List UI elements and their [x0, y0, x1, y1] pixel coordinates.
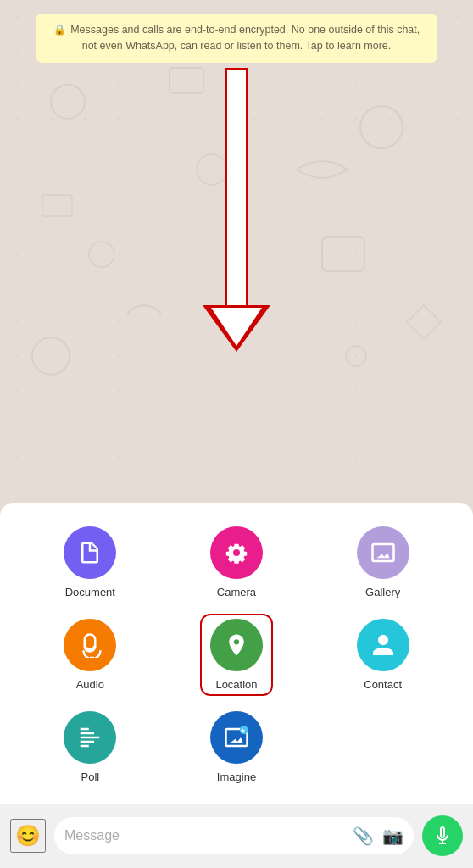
encryption-notice[interactable]: 🔒 Messages and calls are end-to-end encr… — [36, 14, 437, 63]
location-icon-circle — [210, 619, 263, 671]
location-label: Location — [215, 678, 257, 691]
svg-rect-1 — [170, 68, 203, 93]
svg-rect-4 — [322, 237, 364, 271]
emoji-icon: 😊 — [15, 824, 41, 847]
contact-icon-circle — [357, 619, 409, 671]
camera-icon-circle — [210, 526, 263, 579]
attachment-item-contact[interactable]: Contact — [357, 619, 409, 691]
gallery-label: Gallery — [365, 586, 400, 598]
arrow-annotation — [203, 68, 270, 352]
mic-icon — [432, 826, 453, 846]
imagine-label: Imagine — [217, 771, 256, 783]
bottom-bar: 😊 Message 📎 📷 — [0, 804, 473, 868]
attachment-item-gallery[interactable]: Gallery — [357, 526, 409, 598]
camera-icon — [224, 540, 249, 565]
contact-label: Contact — [364, 678, 402, 691]
svg-point-3 — [89, 242, 114, 267]
poll-icon — [77, 725, 103, 750]
camera-label: Camera — [217, 586, 256, 598]
svg-point-7 — [346, 346, 366, 366]
emoji-button[interactable]: 😊 — [10, 819, 46, 853]
arrow-head — [203, 305, 270, 352]
document-label: Document — [65, 586, 115, 598]
location-icon — [224, 632, 249, 658]
imagine-icon-circle — [210, 711, 263, 764]
attachment-item-audio[interactable]: Audio — [64, 619, 116, 691]
arrow-shaft — [225, 68, 248, 305]
imagine-icon — [224, 725, 249, 750]
audio-icon-circle — [64, 619, 116, 671]
svg-point-2 — [360, 106, 403, 148]
document-icon — [77, 540, 103, 565]
svg-rect-8 — [42, 195, 72, 216]
attachment-item-camera[interactable]: Camera — [210, 526, 263, 598]
attachment-item-document[interactable]: Document — [64, 526, 116, 598]
audio-label: Audio — [76, 678, 104, 691]
svg-point-0 — [51, 85, 85, 119]
message-placeholder: Message — [64, 828, 344, 843]
camera-small-icon[interactable]: 📷 — [382, 826, 403, 846]
gallery-icon — [370, 540, 396, 565]
poll-icon-circle — [64, 711, 116, 764]
svg-point-5 — [32, 337, 70, 375]
gallery-icon-circle — [357, 526, 409, 579]
attach-icon[interactable]: 📎 — [353, 826, 374, 846]
lock-icon: 🔒 — [53, 24, 66, 36]
mic-button[interactable] — [422, 815, 463, 856]
attachment-grid: Document Camera Gallery — [17, 526, 456, 783]
document-icon-circle — [64, 526, 116, 579]
attachment-item-imagine[interactable]: Imagine — [210, 711, 263, 783]
attachment-item-poll[interactable]: Poll — [64, 711, 116, 783]
attachment-item-location[interactable]: Location — [210, 619, 263, 691]
attachment-sheet: Document Camera Gallery — [0, 503, 473, 804]
audio-icon — [77, 632, 103, 658]
encryption-text: Messages and calls are end-to-end encryp… — [70, 24, 420, 52]
contact-icon — [370, 632, 396, 658]
message-input-wrapper[interactable]: Message 📎 📷 — [54, 817, 414, 854]
poll-label: Poll — [81, 771, 99, 783]
